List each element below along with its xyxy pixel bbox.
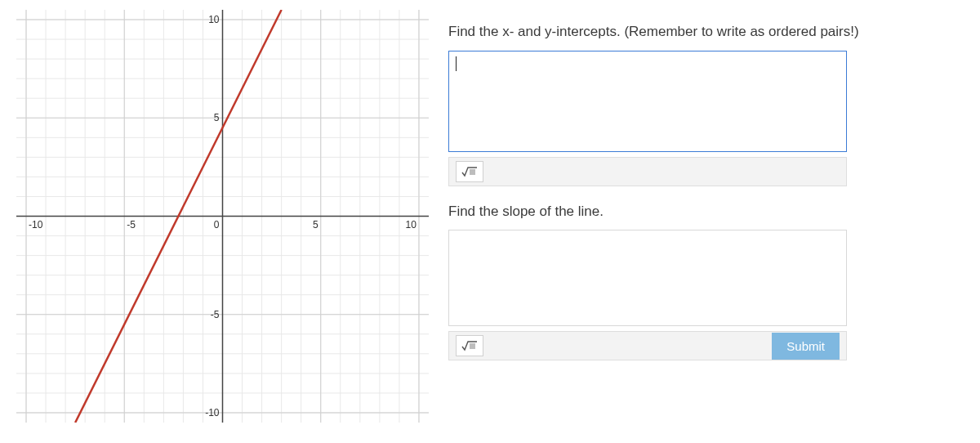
- answer-input-1[interactable]: [448, 51, 847, 152]
- x-tick-label: -10: [29, 219, 43, 230]
- math-sqrt-button[interactable]: [456, 161, 483, 182]
- text-cursor: [456, 56, 457, 71]
- x-tick-label: 10: [406, 219, 417, 230]
- page-root: -10-50510-10-5510 Find the x- and y-inte…: [0, 0, 980, 432]
- sqrt-icon: [461, 340, 478, 351]
- y-tick-label: -5: [211, 309, 220, 320]
- graph-panel: -10-50510-10-5510: [16, 10, 429, 423]
- submit-button[interactable]: Submit: [772, 333, 840, 360]
- answer2-toolbar: Submit: [448, 331, 847, 360]
- question-panel: Find the x- and y-intercepts. (Remember …: [448, 10, 964, 423]
- coordinate-graph: -10-50510-10-5510: [16, 10, 429, 423]
- answer-input-2[interactable]: [448, 230, 847, 326]
- y-tick-label: 10: [208, 14, 220, 25]
- answer1-toolbar: [448, 157, 847, 186]
- x-tick-label: 5: [313, 219, 318, 230]
- svg-rect-55: [470, 343, 475, 349]
- question1-prompt: Find the x- and y-intercepts. (Remember …: [448, 21, 964, 43]
- math-sqrt-button-2[interactable]: [456, 335, 483, 356]
- sqrt-icon: [461, 166, 478, 177]
- svg-rect-54: [470, 169, 475, 175]
- y-tick-label: -10: [205, 407, 220, 418]
- x-tick-label: -5: [127, 219, 136, 230]
- x-tick-label: 0: [214, 219, 220, 230]
- y-tick-label: 5: [214, 112, 220, 123]
- question2-prompt: Find the slope of the line.: [448, 201, 964, 222]
